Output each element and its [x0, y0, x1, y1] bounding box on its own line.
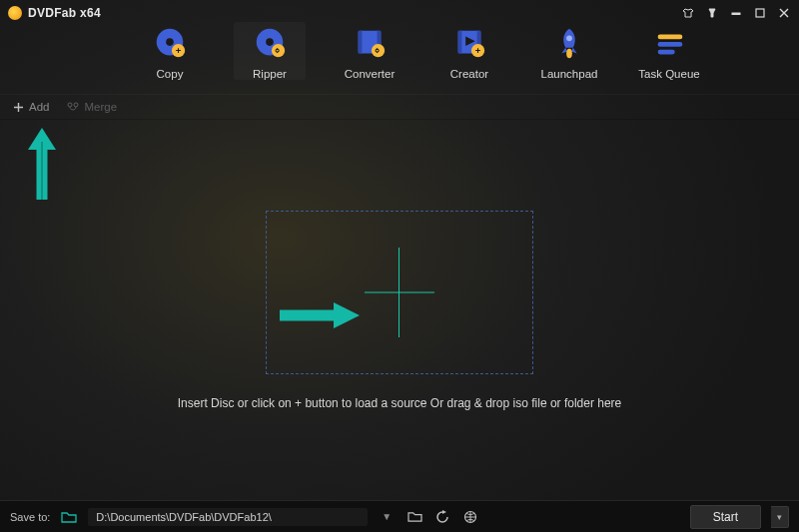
svg-point-24	[68, 103, 72, 107]
svg-point-8	[272, 44, 285, 57]
svg-rect-22	[658, 42, 683, 47]
merge-button: Merge	[67, 101, 117, 113]
plus-icon	[12, 101, 24, 113]
refresh-button[interactable]	[433, 508, 451, 526]
svg-rect-23	[658, 50, 675, 55]
save-to-label: Save to:	[10, 511, 50, 523]
disc-ripper-icon	[248, 24, 292, 64]
tab-label: Launchpad	[541, 68, 598, 80]
svg-point-19	[566, 35, 572, 41]
svg-point-7	[266, 38, 274, 46]
minimize-button[interactable]	[729, 6, 743, 20]
svg-point-20	[566, 49, 572, 59]
source-dropzone[interactable]	[266, 211, 533, 374]
tab-creator[interactable]: + Creator	[433, 22, 505, 80]
merge-label: Merge	[84, 101, 117, 113]
tab-label: Converter	[345, 68, 396, 80]
svg-point-3	[166, 38, 174, 46]
svg-rect-21	[658, 35, 683, 40]
film-creator-icon: +	[447, 24, 491, 64]
pin-icon[interactable]	[705, 6, 719, 20]
tab-label: Creator	[450, 68, 488, 80]
start-dropdown[interactable]: ▾	[771, 506, 789, 528]
window-controls	[681, 6, 791, 20]
app-title: DVDFab x64	[28, 6, 101, 20]
app-window: DVDFab x64	[0, 0, 799, 532]
rocket-icon	[547, 24, 591, 64]
tab-ripper[interactable]: Ripper	[234, 22, 306, 80]
disc-copy-icon: +	[148, 24, 192, 64]
maximize-button[interactable]	[753, 6, 767, 20]
shirt-icon[interactable]	[681, 6, 695, 20]
tab-task-queue[interactable]: Task Queue	[633, 22, 705, 80]
svg-point-25	[74, 103, 78, 107]
dropzone-hint: Insert Disc or click on + button to load…	[178, 396, 622, 410]
tab-label: Task Queue	[638, 68, 699, 80]
tab-converter[interactable]: Converter	[334, 22, 405, 80]
svg-text:+: +	[176, 45, 182, 56]
add-label: Add	[29, 101, 49, 113]
module-tabs: + Copy Ripper	[0, 22, 799, 94]
main-area: Insert Disc or click on + button to load…	[0, 120, 799, 500]
svg-rect-10	[359, 31, 363, 54]
merge-icon	[67, 101, 79, 113]
close-button[interactable]	[777, 6, 791, 20]
svg-rect-1	[756, 9, 764, 17]
app-logo-icon	[8, 6, 22, 20]
svg-rect-14	[458, 31, 462, 54]
browse-folder-button[interactable]	[405, 508, 423, 526]
tab-label: Copy	[157, 68, 184, 80]
save-path-field[interactable]	[88, 508, 368, 526]
tab-copy[interactable]: + Copy	[134, 22, 206, 80]
bottom-bar: Save to: ▼ Start ▾	[0, 500, 799, 532]
dropzone-plus-icon	[365, 248, 434, 337]
add-button[interactable]: Add	[12, 101, 49, 113]
save-path-dropdown[interactable]: ▼	[378, 511, 396, 522]
svg-rect-0	[732, 13, 740, 15]
queue-icon	[647, 24, 691, 64]
film-converter-icon	[348, 24, 392, 64]
folder-icon[interactable]	[60, 508, 78, 526]
svg-point-12	[372, 44, 385, 57]
start-button[interactable]: Start	[690, 505, 761, 529]
globe-button[interactable]	[461, 508, 479, 526]
action-toolbar: Add Merge	[0, 94, 799, 120]
title-bar: DVDFab x64	[0, 0, 799, 22]
svg-text:+: +	[475, 45, 481, 56]
tab-launchpad[interactable]: Launchpad	[533, 22, 605, 80]
tab-label: Ripper	[253, 68, 287, 80]
